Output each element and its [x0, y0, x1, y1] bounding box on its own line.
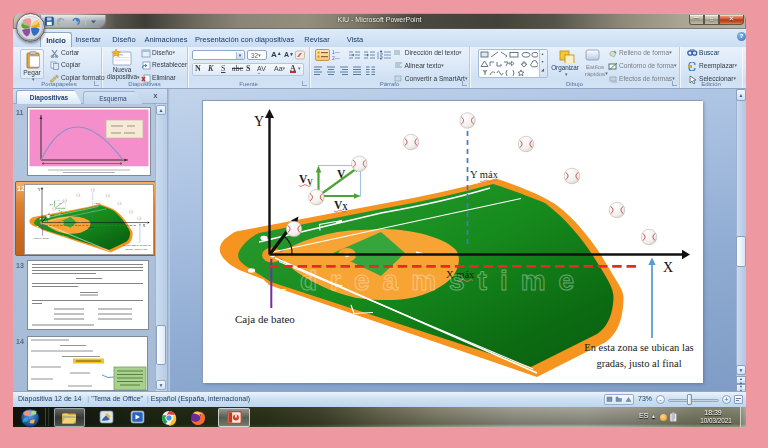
- svg-text:2—: 2—: [332, 55, 340, 61]
